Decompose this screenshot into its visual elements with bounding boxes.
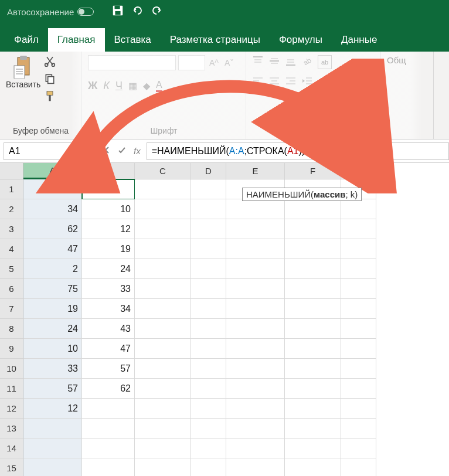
cell-G4[interactable] xyxy=(341,239,376,259)
cut-icon[interactable] xyxy=(44,55,56,69)
cell-E7[interactable] xyxy=(226,299,285,319)
cell-A1[interactable]: 43 xyxy=(23,179,82,199)
fx-icon[interactable]: fx xyxy=(134,146,141,156)
tab-page-layout[interactable]: Разметка страницы xyxy=(161,28,270,52)
cell-C8[interactable] xyxy=(135,319,191,339)
cell-G11[interactable] xyxy=(341,379,376,399)
cell-D5[interactable] xyxy=(191,259,226,279)
cell-E12[interactable] xyxy=(226,399,285,419)
wrap-text-icon[interactable]: ab xyxy=(318,55,332,69)
cell-B5[interactable]: 24 xyxy=(82,259,135,279)
cell-E15[interactable] xyxy=(226,458,285,476)
cell-G15[interactable] xyxy=(341,458,376,476)
autosave-toggle[interactable]: Автосохранение xyxy=(7,7,94,17)
cell-E2[interactable] xyxy=(226,199,285,219)
cell-A13[interactable] xyxy=(23,419,82,438)
cancel-icon[interactable] xyxy=(101,145,110,157)
cell-D11[interactable] xyxy=(191,379,226,399)
cell-D6[interactable] xyxy=(191,279,226,299)
cell-C4[interactable] xyxy=(135,239,191,259)
align-bottom-icon[interactable] xyxy=(285,55,297,69)
cell-A15[interactable] xyxy=(23,458,82,476)
cell-A9[interactable]: 10 xyxy=(23,339,82,359)
cell-G6[interactable] xyxy=(341,279,376,299)
cell-C5[interactable] xyxy=(135,259,191,279)
tab-insert[interactable]: Вставка xyxy=(105,28,161,52)
row-header-8[interactable]: 8 xyxy=(0,319,23,339)
decrease-font-icon[interactable]: A˅ xyxy=(223,58,236,67)
cell-F2[interactable] xyxy=(285,199,341,219)
cell-F15[interactable] xyxy=(285,458,341,476)
tab-home[interactable]: Главная xyxy=(48,28,105,52)
copy-icon[interactable] xyxy=(44,73,56,87)
cell-C7[interactable] xyxy=(135,299,191,319)
format-painter-icon[interactable] xyxy=(44,90,56,104)
cell-D12[interactable] xyxy=(191,399,226,419)
underline-button[interactable]: Ч xyxy=(115,80,123,92)
font-color-button[interactable]: A xyxy=(156,80,162,92)
paste-button[interactable]: Вставить xyxy=(6,55,40,89)
row-header-5[interactable]: 5 xyxy=(0,259,23,279)
cell-A6[interactable]: 75 xyxy=(23,279,82,299)
redo-icon[interactable] xyxy=(151,5,162,18)
worksheet-grid[interactable]: 123456789101112131415 A↓BCDEFG 43A:A;341… xyxy=(0,163,449,476)
cell-D1[interactable] xyxy=(191,179,226,199)
align-right-icon[interactable] xyxy=(285,75,297,89)
cell-C3[interactable] xyxy=(135,219,191,239)
column-header-b[interactable]: B xyxy=(82,163,135,179)
cell-E8[interactable] xyxy=(226,319,285,339)
cell-D3[interactable] xyxy=(191,219,226,239)
cell-C9[interactable] xyxy=(135,339,191,359)
cell-E9[interactable] xyxy=(226,339,285,359)
cell-G5[interactable] xyxy=(341,259,376,279)
cell-E3[interactable] xyxy=(226,219,285,239)
column-header-e[interactable]: E xyxy=(226,163,285,179)
decrease-indent-icon[interactable] xyxy=(301,75,313,89)
cell-C14[interactable] xyxy=(135,438,191,458)
cell-A8[interactable]: 24 xyxy=(23,319,82,339)
cell-E10[interactable] xyxy=(226,359,285,379)
cell-D4[interactable] xyxy=(191,239,226,259)
cell-B7[interactable]: 34 xyxy=(82,299,135,319)
enter-icon[interactable] xyxy=(117,145,127,157)
column-header-d[interactable]: D xyxy=(191,163,226,179)
cell-G12[interactable] xyxy=(341,399,376,419)
cell-F5[interactable] xyxy=(285,259,341,279)
row-header-14[interactable]: 14 xyxy=(0,438,23,458)
cell-A11[interactable]: 57 xyxy=(23,379,82,399)
cell-F13[interactable] xyxy=(285,419,341,438)
cell-B1[interactable]: A:A; xyxy=(82,179,135,199)
cell-C6[interactable] xyxy=(135,279,191,299)
font-family-select[interactable] xyxy=(88,55,176,70)
cell-F7[interactable] xyxy=(285,299,341,319)
cell-F10[interactable] xyxy=(285,359,341,379)
increase-font-icon[interactable]: A^ xyxy=(208,58,220,67)
cell-C12[interactable] xyxy=(135,399,191,419)
cell-A7[interactable]: 19 xyxy=(23,299,82,319)
cell-B14[interactable] xyxy=(82,438,135,458)
cell-E6[interactable] xyxy=(226,279,285,299)
cell-F8[interactable] xyxy=(285,319,341,339)
formula-input[interactable]: =НАИМЕНЬШИЙ(A:A;СТРОКА(A1)) xyxy=(147,142,449,160)
cell-D9[interactable] xyxy=(191,339,226,359)
cell-E5[interactable] xyxy=(226,259,285,279)
border-button[interactable]: ▦ xyxy=(128,80,137,91)
cell-G9[interactable] xyxy=(341,339,376,359)
cell-F6[interactable] xyxy=(285,279,341,299)
cell-G10[interactable] xyxy=(341,359,376,379)
cell-G14[interactable] xyxy=(341,438,376,458)
increase-indent-icon[interactable] xyxy=(318,75,329,89)
fill-color-button[interactable]: ◆ xyxy=(143,80,150,91)
cell-C13[interactable] xyxy=(135,419,191,438)
cell-G13[interactable] xyxy=(341,419,376,438)
cell-B13[interactable] xyxy=(82,419,135,438)
cell-D2[interactable] xyxy=(191,199,226,219)
cell-F9[interactable] xyxy=(285,339,341,359)
row-header-10[interactable]: 10 xyxy=(0,359,23,379)
cell-D15[interactable] xyxy=(191,458,226,476)
cell-B6[interactable]: 33 xyxy=(82,279,135,299)
cell-B2[interactable]: 10 xyxy=(82,199,135,219)
align-center-icon[interactable] xyxy=(268,75,280,89)
row-header-7[interactable]: 7 xyxy=(0,299,23,319)
cell-F3[interactable] xyxy=(285,219,341,239)
